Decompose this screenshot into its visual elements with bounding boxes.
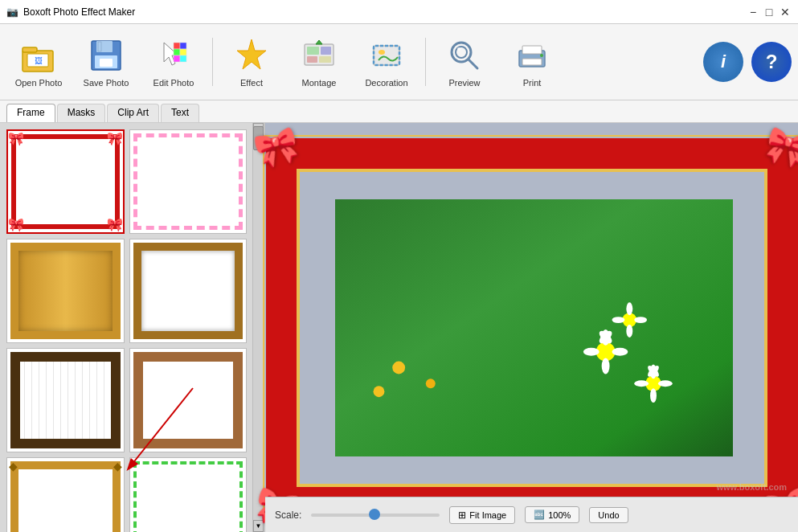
effect-icon bbox=[232, 36, 271, 75]
svg-rect-32 bbox=[522, 59, 542, 65]
info-icon: i bbox=[721, 51, 726, 72]
edit-photo-label: Edit Photo bbox=[153, 78, 194, 88]
svg-rect-14 bbox=[174, 55, 180, 62]
zoom-label: 100% bbox=[548, 510, 571, 520]
frame-thumb-5[interactable] bbox=[6, 348, 125, 452]
scrollbar[interactable]: ▲ ▼ bbox=[252, 123, 264, 532]
svg-rect-11 bbox=[180, 43, 186, 49]
decoration-button[interactable]: Decoration bbox=[354, 29, 419, 95]
zoom-button[interactable]: 🔤 100% bbox=[525, 506, 579, 523]
decoration-icon bbox=[367, 36, 406, 75]
close-button[interactable]: ✕ bbox=[779, 6, 792, 18]
svg-rect-23 bbox=[374, 46, 399, 65]
help-button[interactable]: ? bbox=[751, 42, 792, 82]
edit-photo-button[interactable]: Edit Photo bbox=[141, 29, 206, 95]
title-bar-left: 📷 Boxoft Photo Effect Maker bbox=[6, 6, 135, 18]
svg-rect-8 bbox=[100, 59, 113, 67]
info-button[interactable]: i bbox=[703, 42, 743, 82]
fit-image-label: Fit Image bbox=[469, 510, 506, 520]
save-photo-icon bbox=[87, 36, 125, 75]
frame-thumb-8[interactable] bbox=[129, 457, 248, 532]
scale-slider-container bbox=[311, 514, 440, 517]
main-layout: 🎀 🎀 🎀 🎀 bbox=[0, 123, 798, 532]
undo-button[interactable]: Undo bbox=[589, 507, 628, 523]
svg-point-43 bbox=[601, 358, 609, 374]
svg-point-27 bbox=[456, 47, 467, 58]
print-label: Print bbox=[523, 78, 542, 88]
svg-rect-19 bbox=[321, 47, 331, 55]
svg-rect-20 bbox=[307, 56, 317, 63]
scroll-down[interactable]: ▼ bbox=[253, 520, 264, 532]
tab-masks[interactable]: Masks bbox=[57, 104, 106, 122]
frame-thumb-1[interactable]: 🎀 🎀 🎀 🎀 bbox=[6, 129, 125, 234]
svg-rect-1 bbox=[23, 47, 37, 52]
svg-point-59 bbox=[634, 317, 647, 323]
montage-button[interactable]: Montage bbox=[287, 29, 351, 95]
svg-point-40 bbox=[373, 386, 384, 397]
svg-rect-13 bbox=[180, 49, 186, 55]
save-photo-button[interactable]: Save Photo bbox=[74, 29, 138, 95]
open-photo-label: Open Photo bbox=[15, 78, 63, 88]
svg-rect-10 bbox=[174, 43, 180, 49]
frame-thumb-7[interactable]: ◆ ◆ ◆ ◆ bbox=[6, 457, 125, 532]
svg-point-45 bbox=[612, 347, 628, 355]
frame-thumb-3[interactable] bbox=[6, 239, 125, 343]
svg-point-44 bbox=[583, 347, 599, 355]
open-photo-icon: 🖼 bbox=[19, 36, 58, 75]
montage-label: Montage bbox=[302, 78, 337, 88]
print-button[interactable]: Print bbox=[500, 29, 564, 95]
open-photo-button[interactable]: 🖼 Open Photo bbox=[6, 29, 71, 95]
fit-image-button[interactable]: ⊞ Fit Image bbox=[449, 506, 515, 524]
scale-slider-thumb[interactable] bbox=[369, 509, 380, 520]
tabs-bar: Frame Masks Clip Art Text bbox=[0, 100, 798, 123]
svg-point-52 bbox=[657, 380, 672, 387]
decoration-label: Decoration bbox=[365, 78, 407, 88]
right-panel: 🎀 🎀 🎀 🎀 www.boxoft.com Scale: ⊞ Fit Imag… bbox=[265, 123, 798, 532]
maximize-button[interactable]: □ bbox=[763, 6, 775, 18]
svg-rect-37 bbox=[335, 199, 733, 456]
frames-grid: 🎀 🎀 🎀 🎀 bbox=[0, 123, 264, 532]
scale-slider[interactable] bbox=[311, 514, 440, 517]
help-icon: ? bbox=[766, 51, 778, 73]
svg-point-39 bbox=[425, 379, 435, 388]
toolbar: 🖼 Open Photo Save Photo bbox=[0, 24, 798, 100]
preview-icon bbox=[445, 36, 484, 75]
svg-point-33 bbox=[540, 54, 543, 57]
svg-rect-15 bbox=[180, 55, 186, 62]
preview-button[interactable]: Preview bbox=[432, 29, 497, 95]
svg-point-57 bbox=[626, 325, 632, 338]
svg-rect-6 bbox=[98, 42, 101, 51]
app-title: Boxoft Photo Effect Maker bbox=[23, 6, 135, 18]
frame-thumb-4[interactable] bbox=[129, 239, 248, 343]
app-icon: 📷 bbox=[6, 6, 18, 18]
tab-text[interactable]: Text bbox=[161, 104, 199, 122]
scroll-thumb[interactable] bbox=[253, 126, 264, 150]
svg-rect-21 bbox=[319, 56, 331, 63]
svg-rect-31 bbox=[522, 46, 542, 54]
tab-frame[interactable]: Frame bbox=[6, 104, 55, 122]
separator-1 bbox=[212, 38, 213, 86]
title-bar-controls: − □ ✕ bbox=[747, 6, 792, 18]
left-panel: 🎀 🎀 🎀 🎀 bbox=[0, 123, 265, 532]
frame-thumb-6[interactable] bbox=[129, 348, 248, 452]
frame-thumb-2[interactable] bbox=[129, 129, 248, 234]
svg-point-50 bbox=[650, 388, 657, 403]
montage-icon bbox=[300, 36, 338, 75]
bottom-bar: Scale: ⊞ Fit Image 🔤 100% Undo bbox=[265, 497, 798, 532]
svg-line-28 bbox=[469, 59, 477, 68]
photo-canvas: 🎀 🎀 🎀 🎀 bbox=[283, 155, 781, 501]
zoom-icon: 🔤 bbox=[534, 509, 545, 520]
effect-button[interactable]: Effect bbox=[219, 29, 284, 95]
svg-point-38 bbox=[392, 361, 405, 374]
minimize-button[interactable]: − bbox=[747, 6, 759, 18]
svg-point-58 bbox=[612, 317, 624, 323]
print-icon bbox=[513, 36, 551, 75]
svg-point-25 bbox=[379, 50, 385, 55]
preview-label: Preview bbox=[448, 78, 480, 88]
effect-label: Effect bbox=[240, 78, 263, 88]
svg-rect-18 bbox=[307, 47, 319, 55]
tab-clip-art[interactable]: Clip Art bbox=[107, 104, 159, 122]
svg-point-56 bbox=[626, 302, 632, 315]
svg-point-29 bbox=[457, 47, 460, 51]
scale-label: Scale: bbox=[275, 509, 301, 521]
